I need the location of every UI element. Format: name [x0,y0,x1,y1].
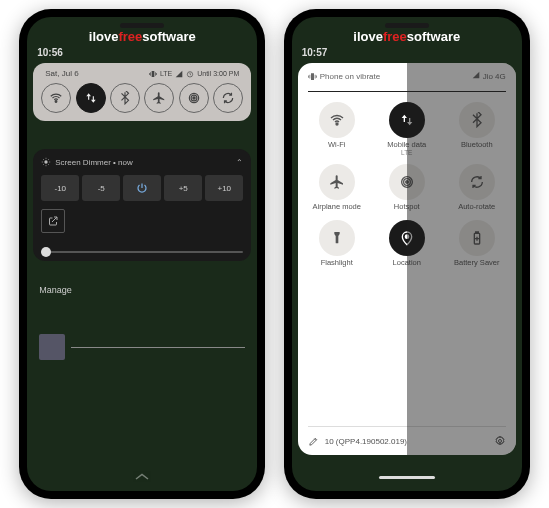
dim-overlay [407,63,516,455]
screen-dimmer-notification[interactable]: Screen Dimmer • now ⌃ -10 -5 +5 +10 [33,149,251,261]
screen-left: ilovefreesoftware 10:56 Sat, Jul 6 LTE U… [27,17,257,491]
nav-hint-icon[interactable] [133,467,151,477]
build-label: 10 (QPP4.190502.019) [325,437,407,446]
wifi-label: Wi-Fi [328,141,346,149]
svg-point-1 [55,101,57,103]
status-time: 10:57 [302,47,328,58]
bluetooth-toggle[interactable] [110,83,140,113]
open-app-button[interactable] [41,209,65,233]
chevron-up-icon[interactable]: ⌃ [236,158,243,167]
phone-left: ilovefreesoftware 10:56 Sat, Jul 6 LTE U… [19,9,265,499]
svg-point-6 [336,123,338,125]
flashlight-label: Flashlight [321,259,353,267]
flashlight-tile[interactable] [319,220,355,256]
dim-power-button[interactable] [123,175,161,201]
svg-point-2 [193,97,195,99]
wifi-toggle[interactable] [41,83,71,113]
dim-plus5-button[interactable]: +5 [164,175,202,201]
dim-minus10-button[interactable]: -10 [41,175,79,201]
edit-icon[interactable] [308,436,319,447]
airplane-tile[interactable] [319,164,355,200]
quick-settings-expanded[interactable]: Phone on vibrate Jio 4G Wi-Fi Mobile dat… [298,63,516,455]
screen-right: ilovefreesoftware 10:57 Phone on vibrate… [292,17,522,491]
quick-settings-panel[interactable]: Sat, Jul 6 LTE Until 3:00 PM [33,63,251,121]
phone-right: ilovefreesoftware 10:57 Phone on vibrate… [284,9,530,499]
status-icons: LTE Until 3:00 PM [149,70,239,78]
media-thumb [39,334,65,360]
airplane-toggle[interactable] [144,83,174,113]
manage-link[interactable]: Manage [39,285,72,295]
wifi-tile[interactable] [319,102,355,138]
dim-minus5-button[interactable]: -5 [82,175,120,201]
autorotate-toggle[interactable] [213,83,243,113]
alarm-icon [186,70,194,78]
brightness-slider[interactable] [41,251,243,253]
dim-plus10-button[interactable]: +10 [205,175,243,201]
hotspot-toggle[interactable] [179,83,209,113]
svg-point-5 [45,160,48,163]
home-indicator[interactable] [379,476,435,479]
watermark: ilovefreesoftware [27,29,257,44]
brightness-icon [41,157,51,167]
media-track [71,347,245,348]
airplane-label: Airplane mode [313,203,361,211]
vibrate-icon [308,72,317,81]
media-card[interactable] [39,327,245,367]
watermark: ilovefreesoftware [292,29,522,44]
vibrate-icon [149,70,157,78]
vibrate-status: Phone on vibrate [308,72,381,81]
status-time: 10:56 [37,47,63,58]
mobile-data-toggle[interactable] [76,83,106,113]
signal-icon [175,70,183,78]
date-label: Sat, Jul 6 [45,69,78,78]
